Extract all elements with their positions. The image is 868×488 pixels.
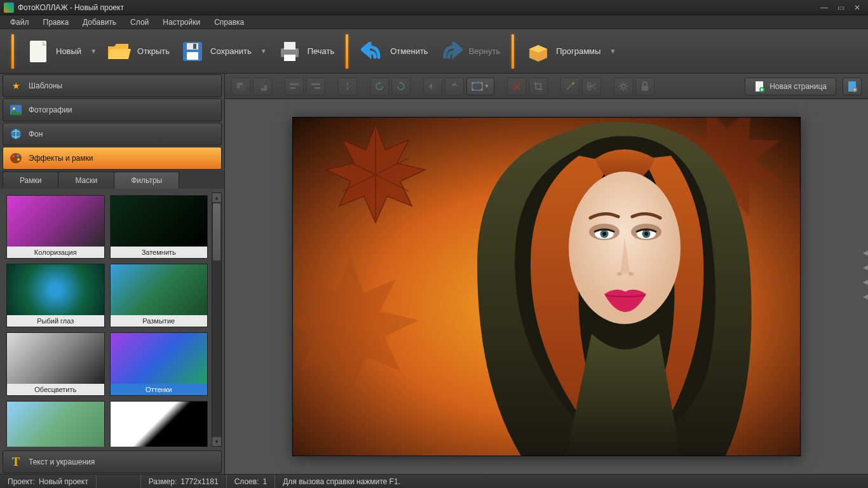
svg-rect-25: [472, 83, 482, 90]
svg-rect-2: [187, 43, 198, 50]
handle-icon[interactable]: ◀: [863, 249, 868, 256]
filter-item[interactable]: Монохромный: [110, 401, 208, 447]
sidebar-tab-text[interactable]: T Текст и украшения: [3, 451, 222, 473]
flip-h-button[interactable]: [423, 78, 442, 95]
menubar: Файл Правка Добавить Слой Настройки Спра…: [0, 15, 868, 29]
flip-v-button[interactable]: [445, 78, 464, 95]
subtab-masks[interactable]: Маски: [58, 172, 114, 189]
page-settings-button[interactable]: [843, 78, 862, 95]
filter-item[interactable]: Осветлить: [6, 401, 105, 447]
minimize-button[interactable]: —: [817, 3, 831, 12]
printer-icon: [277, 39, 302, 64]
chevron-down-icon: ▼: [261, 48, 267, 55]
filter-thumb: [7, 402, 104, 447]
redo-button[interactable]: Вернуть: [433, 36, 506, 67]
filter-item[interactable]: Колоризация: [6, 195, 105, 259]
save-icon: [180, 39, 205, 64]
svg-rect-20: [290, 87, 295, 89]
subtab-filters[interactable]: Фильтры: [114, 172, 179, 189]
rotate-right-button[interactable]: [391, 78, 410, 95]
undo-button[interactable]: Отменить: [355, 36, 433, 67]
svg-rect-19: [290, 83, 299, 85]
menu-help[interactable]: Справка: [208, 17, 250, 28]
menu-settings[interactable]: Настройки: [156, 17, 207, 28]
new-button[interactable]: Новый▼: [20, 36, 102, 67]
toolbar-separator: [346, 34, 348, 69]
filter-label: Размытие: [111, 315, 208, 327]
chevron-down-icon: ▼: [90, 48, 97, 55]
text-icon: T: [10, 456, 22, 468]
filter-item[interactable]: Рыбий глаз: [6, 264, 105, 327]
filter-label: Колоризация: [7, 247, 104, 258]
filter-thumb: [111, 402, 208, 447]
svg-rect-7: [284, 55, 295, 61]
filters-scrollbar[interactable]: ▲ ▼: [212, 193, 222, 447]
programs-button[interactable]: Программы▼: [520, 36, 621, 67]
subtab-frames[interactable]: Рамки: [3, 172, 58, 189]
svg-point-29: [621, 85, 625, 88]
sidebar-tab-effects[interactable]: Эффекты и рамки: [3, 147, 222, 170]
new-page-button[interactable]: Новая страница: [745, 78, 836, 95]
filter-item[interactable]: Затемнить: [110, 195, 208, 259]
settings-button[interactable]: [614, 78, 633, 95]
lock-button[interactable]: [635, 78, 654, 95]
window-title: ФотоКОЛЛАЖ - Новый проект: [18, 3, 817, 12]
close-button[interactable]: ✕: [850, 3, 864, 12]
canvas-viewport[interactable]: ◀ ◀ ◀ ◀: [225, 99, 868, 474]
filter-label: Оттенки: [111, 384, 208, 395]
filter-item[interactable]: Размытие: [110, 264, 208, 327]
scissors-button[interactable]: [582, 78, 601, 95]
filter-label: Обесцветить: [7, 384, 104, 395]
filter-label: Затемнить: [111, 247, 208, 258]
open-button[interactable]: Открыть: [102, 36, 175, 67]
svg-rect-24: [344, 85, 351, 88]
artboard[interactable]: [292, 117, 801, 456]
menu-layer[interactable]: Слой: [124, 17, 155, 28]
print-button[interactable]: Печать: [272, 36, 340, 67]
svg-rect-16: [240, 85, 245, 91]
svg-point-35: [854, 88, 856, 90]
maximize-button[interactable]: ▭: [834, 3, 848, 12]
svg-point-45: [644, 232, 648, 236]
statusbar: Проект:Новый проект Размер:1772x1181 Сло…: [0, 474, 868, 488]
toolbar-separator: [11, 34, 14, 69]
rotate-left-button[interactable]: [370, 78, 389, 95]
delete-button[interactable]: [507, 78, 526, 95]
filter-item[interactable]: Обесцветить: [6, 332, 105, 396]
magic-wand-button[interactable]: [560, 78, 580, 95]
align-left-button[interactable]: [285, 78, 304, 95]
menu-file[interactable]: Файл: [4, 17, 36, 28]
palette-icon: [10, 152, 22, 165]
menu-add[interactable]: Добавить: [76, 17, 123, 28]
fit-screen-button[interactable]: ▼: [466, 78, 494, 95]
star-icon: ★: [10, 79, 22, 92]
send-back-button[interactable]: [253, 78, 272, 95]
filter-thumb: [111, 333, 208, 384]
photo-icon: [10, 104, 22, 116]
save-button[interactable]: Сохранить▼: [175, 36, 272, 67]
filter-thumb: [111, 196, 208, 247]
svg-rect-22: [315, 87, 320, 89]
app-logo-icon: [4, 3, 14, 13]
crop-button[interactable]: [529, 78, 548, 95]
center-h-button[interactable]: [338, 78, 357, 95]
canvas-toolbar: ▼ Новая страница: [225, 74, 868, 99]
undo-icon: [360, 39, 385, 64]
align-right-button[interactable]: [306, 78, 325, 95]
svg-point-13: [17, 154, 19, 157]
menu-edit[interactable]: Правка: [37, 17, 76, 28]
status-layers: Слоев:1: [227, 475, 276, 488]
svg-rect-6: [284, 42, 295, 50]
handle-icon[interactable]: ◀: [863, 293, 868, 300]
handle-icon[interactable]: ◀: [863, 278, 868, 285]
sidebar-tab-photos[interactable]: Фотографии: [3, 98, 222, 121]
scroll-up-icon[interactable]: ▲: [212, 193, 221, 202]
bring-front-button[interactable]: [231, 78, 250, 95]
scroll-down-icon[interactable]: ▼: [212, 437, 221, 446]
sidebar-tab-background[interactable]: Фон: [3, 123, 222, 146]
handle-icon[interactable]: ◀: [863, 264, 868, 271]
scroll-thumb[interactable]: [213, 203, 220, 261]
canvas-area: ▼ Новая страница: [225, 74, 868, 474]
filter-item[interactable]: Оттенки: [110, 332, 208, 396]
sidebar-tab-templates[interactable]: ★ Шаблоны: [3, 74, 222, 97]
